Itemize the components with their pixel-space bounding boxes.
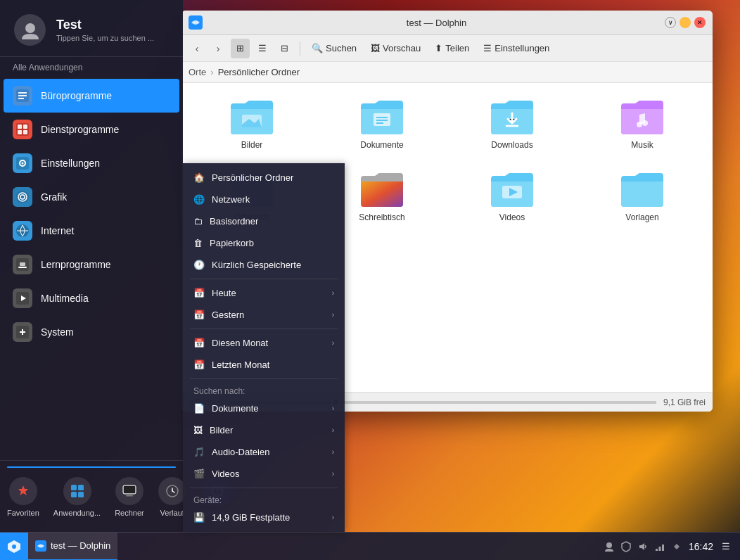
taskbar-right: 16:42 ☰ (603, 540, 740, 553)
svg-rect-44 (126, 495, 133, 497)
applications-label: Anwendung... (53, 509, 101, 517)
submenu-item-search-bilder[interactable]: 🖼 Bilder › (183, 419, 345, 441)
free-space: 9,1 GiB frei (663, 397, 706, 407)
window-dropdown-button[interactable]: ∨ (665, 17, 676, 28)
applications-icon (63, 477, 91, 505)
sidebar-item-system[interactable]: System (0, 315, 183, 349)
section-label: Alle Anwendungen (0, 57, 183, 75)
preview-button[interactable]: 🖼 Vorschau (365, 39, 426, 58)
svg-point-49 (12, 545, 16, 549)
sidebar-item-bueroprogramme[interactable]: Büroprogramme (4, 79, 179, 113)
shield-tray-icon[interactable] (620, 540, 632, 553)
month-icon: 📅 (193, 338, 205, 348)
sidebar-item-grafik[interactable]: Grafik (0, 180, 183, 214)
settings-button[interactable]: ☰ Einstellungen (478, 39, 555, 58)
sidebar-item-multimedia[interactable]: Multimedia (0, 281, 183, 315)
dienstprogramme-label: Dienstprogramme (41, 124, 119, 135)
share-button[interactable]: ⬆ Teilen (429, 39, 475, 58)
start-button[interactable] (0, 533, 28, 561)
svg-rect-42 (124, 486, 135, 493)
submenu-item-search-dokumente[interactable]: 📄 Dokumente › (183, 397, 345, 419)
window-minimize-button[interactable] (680, 17, 691, 28)
file-name: Vorlagen (625, 212, 658, 222)
list-item[interactable]: Dokumente (322, 94, 442, 155)
window-close-button[interactable]: ✕ (694, 17, 706, 28)
back-button[interactable]: ‹ (187, 39, 207, 58)
arrow-icon: › (332, 311, 334, 319)
file-name: Bilder (241, 140, 263, 150)
search-button[interactable]: 🔍 Suchen (306, 39, 362, 58)
svg-rect-19 (18, 130, 22, 134)
submenu-item-heute[interactable]: 📅 Heute › (183, 282, 345, 304)
user-subtitle: Tippen Sie, um zu suchen ... (56, 34, 154, 42)
submenu-item-persoenlicher-ordner[interactable]: 🏠 Persönlicher Ordner (183, 167, 345, 189)
multimedia-label: Multimedia (41, 293, 89, 304)
svg-rect-54 (658, 547, 661, 551)
svg-rect-40 (78, 492, 84, 497)
forward-button[interactable]: › (208, 39, 228, 58)
submenu-item-festplatte[interactable]: 💾 14,9 GiB Festplatte › (183, 507, 345, 528)
taskbar: test — Dolphin 16:42 ☰ (0, 532, 740, 560)
computer-button[interactable]: Rechner (108, 471, 151, 523)
bottom-bar: Favoriten Anwendung... Rechner Verlauf (0, 471, 183, 526)
submenu-item-kuerzlich[interactable]: 🕐 Kürzlich Gespeicherte (183, 254, 345, 276)
svg-marker-56 (674, 544, 680, 549)
applications-button[interactable]: Anwendung... (46, 471, 108, 523)
submenu-item-search-audio[interactable]: 🎵 Audio-Dateien › (183, 441, 345, 463)
view-details-icon: ☰ (258, 43, 267, 53)
list-item[interactable]: Downloads (452, 94, 572, 155)
view-split-button[interactable]: ⊟ (275, 39, 294, 58)
list-item[interactable]: Videos (452, 166, 572, 228)
breadcrumb: Orte › Persönlicher Ordner (181, 62, 713, 83)
svg-rect-15 (18, 98, 24, 99)
audio-icon: 🎵 (193, 447, 205, 457)
file-name: Videos (499, 212, 525, 222)
breadcrumb-place[interactable]: Orte (189, 67, 206, 77)
dolphin-window-title: test — Dolphin (208, 18, 665, 28)
sidebar-item-dienstprogramme[interactable]: Dienstprogramme (0, 113, 183, 146)
submenu-item-netzwerk[interactable]: 🌐 Netzwerk (183, 189, 345, 210)
list-item[interactable]: Vorlagen (582, 166, 702, 228)
folder-icon (229, 99, 274, 136)
internet-icon (13, 221, 32, 241)
list-item[interactable]: Bilder (192, 94, 312, 155)
sidebar-item-einstellungen[interactable]: Einstellungen (0, 146, 183, 180)
today-icon: 📅 (193, 288, 205, 298)
nav-buttons: ‹ › (187, 39, 228, 58)
slider-used (336, 401, 656, 404)
taskbar-dolphin-window[interactable]: test — Dolphin (28, 533, 117, 561)
share-icon: ⬆ (435, 43, 442, 53)
view-icons-button[interactable]: ⊞ (231, 39, 250, 58)
svg-marker-52 (639, 543, 644, 550)
submenu-item-diesen-monat[interactable]: 📅 Diesen Monat › (183, 332, 345, 354)
submenu-item-letzten-monat[interactable]: 📅 Letzten Monat (183, 354, 345, 376)
volume-tray-icon[interactable] (637, 540, 649, 553)
submenu-item-basisordner[interactable]: 🗀 Basisordner (183, 210, 345, 232)
submenu-item-search-videos[interactable]: 🎬 Videos › (183, 463, 345, 485)
network-tray-icon[interactable] (653, 540, 666, 553)
expand-tray-icon[interactable] (670, 540, 683, 553)
file-name: Dokumente (360, 140, 403, 150)
view-details-button[interactable]: ☰ (253, 39, 272, 58)
favorites-button[interactable]: Favoriten (0, 471, 46, 523)
sidebar-item-internet[interactable]: Internet (0, 214, 183, 248)
list-item[interactable]: Musik (582, 94, 702, 155)
submenu-item-gestern[interactable]: 📅 Gestern › (183, 304, 345, 326)
taskbar-menu-icon[interactable]: ☰ (719, 541, 733, 552)
user-tray-icon[interactable] (603, 540, 615, 553)
svg-rect-55 (662, 545, 664, 551)
app-menu: Test Tippen Sie, um zu suchen ... Alle A… (0, 0, 183, 532)
arrow-icon: › (332, 405, 334, 412)
folder-icon (490, 99, 535, 136)
grafik-icon (13, 187, 32, 207)
sidebar-item-lernprogramme[interactable]: Lernprogramme (0, 248, 183, 281)
submenu-item-papierkorb[interactable]: 🗑 Papierkorb (183, 232, 345, 254)
folder-icon (359, 99, 404, 136)
svg-rect-30 (18, 267, 27, 268)
window-controls: ∨ ✕ (665, 17, 706, 28)
view-split-icon: ⊟ (281, 43, 288, 53)
svg-rect-18 (23, 125, 27, 129)
svg-rect-17 (18, 125, 22, 129)
arrow-icon: › (332, 426, 334, 434)
bueroprogramme-label: Büroprogramme (41, 90, 112, 101)
